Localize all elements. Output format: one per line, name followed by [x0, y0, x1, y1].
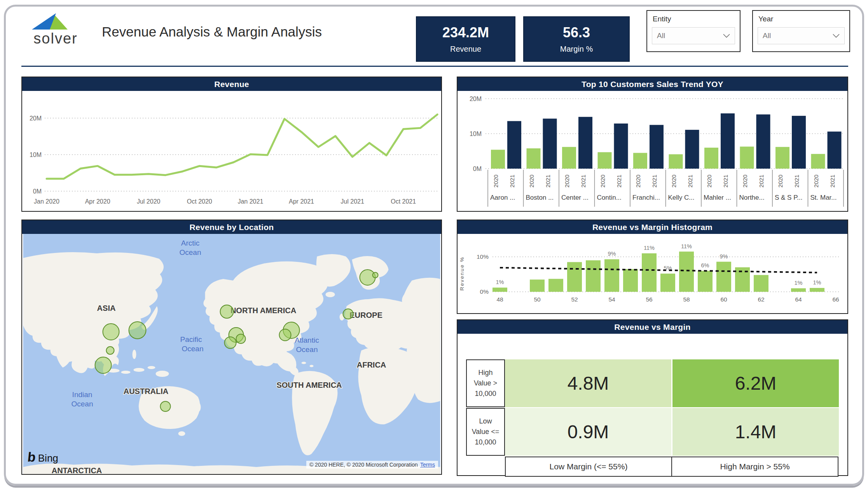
bar-2021[interactable] [828, 132, 842, 169]
world-map[interactable]: ArcticOceanPacificOceanAtlanticOceanIndi… [22, 234, 441, 474]
customer-label: Aaron ... [490, 194, 515, 201]
bar-2020[interactable] [740, 146, 754, 169]
map-bubble-us-southwest[interactable] [225, 337, 236, 349]
x-tick-label: 50 [534, 296, 541, 303]
histogram-bar[interactable] [604, 259, 619, 292]
revenue-trend-panel-title: Revenue [22, 77, 441, 91]
bar-2021[interactable] [721, 113, 735, 169]
matrix-row-header-high-value[interactable]: High Value > 10,000 [466, 359, 505, 407]
bar-data-label: 9% [608, 251, 616, 257]
x-tick-label: 64 [795, 296, 802, 303]
bar-2021[interactable] [650, 125, 664, 169]
bar-2020[interactable] [633, 153, 647, 169]
revenue-trend-chart[interactable]: 0M10M20MJan 2020Apr 2020Jul 2020Oct 2020… [22, 91, 441, 212]
map-bubble-scandinavia[interactable] [360, 270, 375, 285]
histogram-panel: Revenue vs Margin Histogram 10%0%Revenue… [457, 220, 848, 314]
matrix-col-header-low-margin[interactable]: Low Margin (<= 55%) [505, 457, 672, 477]
histogram-bar[interactable] [642, 253, 657, 292]
map-copyright-text: © 2020 HERE, © 2020 Microsoft Corporatio… [309, 462, 418, 468]
bar-2020[interactable] [811, 154, 825, 169]
bar-2020[interactable] [527, 148, 541, 169]
bing-logo[interactable]: b Bing [28, 450, 58, 465]
histogram-bar[interactable] [810, 288, 824, 292]
x-tick-label: Jan 2020 [34, 198, 59, 205]
histogram-bar[interactable] [660, 274, 675, 292]
y-tick-label: 10% [477, 253, 489, 260]
histogram-bar[interactable] [586, 260, 601, 292]
map-ocean-label: Atlantic [295, 336, 319, 344]
year-filter-dropdown[interactable]: All [758, 27, 845, 44]
bar-2021[interactable] [792, 116, 806, 169]
bar-2021[interactable] [578, 117, 592, 169]
bar-2021[interactable] [685, 130, 699, 169]
map-bubble-united-kingdom[interactable] [343, 309, 353, 319]
x-tick-label: 52 [571, 296, 578, 303]
matrix-cell-high-low[interactable]: 4.8M [505, 359, 671, 407]
bar-data-label: 1% [795, 280, 803, 286]
map-terms-link[interactable]: Terms [420, 462, 435, 468]
matrix-cell-low-low[interactable]: 0.9M [505, 408, 671, 456]
map-bubble-us-west-inland[interactable] [236, 334, 246, 343]
customer-label: Center ... [561, 194, 589, 201]
year-label: 2021 [616, 174, 622, 187]
histogram-bar[interactable] [623, 269, 638, 292]
histogram-bar[interactable] [698, 271, 713, 292]
map-continent-label: AFRICA [357, 361, 386, 369]
bar-2021[interactable] [614, 124, 628, 169]
histogram-bar[interactable] [679, 252, 694, 292]
revenue-vs-margin-panel: Revenue vs Margin High Value > 10,000 Lo… [457, 319, 848, 476]
map-bubble-us-northwest[interactable] [220, 305, 234, 318]
map-bubble-east-asia[interactable] [103, 324, 119, 340]
x-tick-label: 60 [720, 296, 727, 303]
revenue-margin-histogram-chart[interactable]: 10%0%Revenue %1%9%11%5%11%6%9%1%1%485052… [458, 234, 847, 313]
map-bubble-japan[interactable] [129, 322, 146, 339]
histogram-bar[interactable] [754, 275, 768, 292]
y-tick-label: 10M [470, 131, 482, 137]
map-bubble-scandinavia-2[interactable] [373, 272, 378, 278]
map-continent-label: EUROPE [349, 311, 382, 319]
histogram-bar[interactable] [548, 279, 563, 292]
year-label: 2021 [580, 174, 587, 187]
year-label: 2020 [564, 174, 570, 187]
map-canvas[interactable]: ArcticOceanPacificOceanAtlanticOceanIndi… [22, 234, 441, 474]
y-tick-label: 10M [30, 152, 42, 158]
bar-2021[interactable] [507, 121, 521, 169]
entity-filter-dropdown[interactable]: All [652, 27, 735, 44]
bar-2020[interactable] [704, 148, 718, 169]
page-title: Revenue Analysis & Margin Analysis [102, 24, 322, 40]
matrix-cell-high-high[interactable]: 6.2M [672, 359, 839, 407]
year-label: 2020 [742, 174, 748, 187]
top-customers-panel: Top 10 Customers Sales Trend YOY 0M10M20… [457, 77, 848, 212]
histogram-bar[interactable] [530, 280, 545, 292]
top-customers-chart[interactable]: 0M10M20M20202021Aaron ...20202021Boston … [458, 91, 847, 212]
map-bubble-malay-peninsula[interactable] [95, 357, 112, 373]
bing-icon: b [27, 450, 37, 465]
solver-logo-icon [30, 12, 81, 32]
kpi-margin-card: 56.3 Margin % [523, 16, 630, 62]
map-bubble-southeast-asia[interactable] [107, 347, 114, 354]
matrix-row-header-low-value[interactable]: Low Value <= 10,000 [466, 408, 505, 456]
bar-2020[interactable] [775, 147, 789, 169]
map-bubble-australia-east[interactable] [161, 401, 171, 411]
bar-2021[interactable] [543, 119, 557, 169]
entity-filter: Entity All [646, 10, 741, 52]
histogram-bar[interactable] [567, 262, 582, 292]
histogram-bar[interactable] [716, 262, 731, 292]
matrix-col-header-high-margin[interactable]: High Margin > 55% [671, 457, 838, 477]
bar-data-label: 6% [701, 262, 709, 268]
header-divider [21, 66, 848, 67]
map-bubble-us-east[interactable] [279, 329, 291, 341]
revenue-line-series[interactable] [47, 115, 437, 179]
bar-2020[interactable] [562, 147, 576, 169]
matrix-cell-low-high[interactable]: 1.4M [672, 408, 839, 456]
bar-2020[interactable] [598, 152, 612, 169]
bar-2020[interactable] [669, 154, 683, 169]
histogram-bar[interactable] [493, 288, 507, 292]
solver-logo: solver [30, 12, 93, 63]
bar-2021[interactable] [756, 115, 770, 169]
bar-2020[interactable] [491, 150, 505, 169]
x-tick-label: 62 [758, 296, 764, 303]
customer-label: Mahler ... [704, 194, 731, 201]
histogram-bar[interactable] [791, 288, 806, 292]
bar-data-label: 1% [496, 279, 504, 285]
